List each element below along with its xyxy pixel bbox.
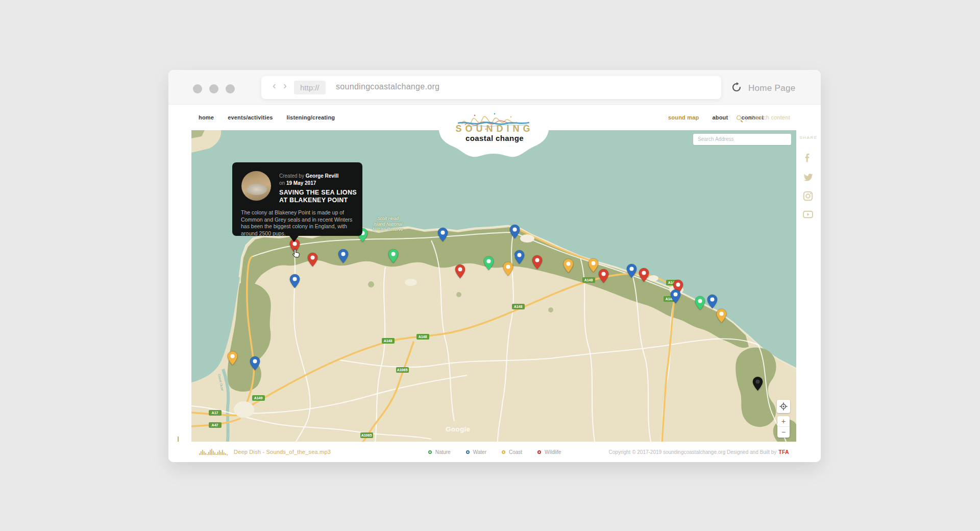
share-rail: SHARE National Trust xyxy=(796,130,821,442)
share-label: SHARE xyxy=(796,135,821,140)
legend-label: Nature xyxy=(435,449,451,455)
youtube-icon[interactable] xyxy=(802,209,814,220)
road-badge: A148 xyxy=(582,277,595,283)
map-marker-water[interactable] xyxy=(338,249,349,263)
copyright: Copyright © 2017-2019 soundingcoastalcha… xyxy=(609,442,789,462)
map-marker-coast[interactable] xyxy=(227,351,238,366)
legend-item-wildlife[interactable]: Wildlife xyxy=(537,449,561,455)
site-search-input[interactable]: Search content xyxy=(751,114,790,120)
map-marker-wildlife[interactable] xyxy=(532,255,543,270)
tooltip-title: SAVING THE SEA LIONS AT BLAKENEY POINT xyxy=(279,189,357,204)
map-marker-coast[interactable] xyxy=(716,308,727,323)
zoom-out-button[interactable]: − xyxy=(777,427,790,438)
map-marker-water[interactable] xyxy=(289,274,300,288)
seal-photo xyxy=(241,171,271,201)
road-badge: A1065 xyxy=(360,432,373,438)
crosshair-icon xyxy=(779,402,788,411)
forward-icon[interactable]: › xyxy=(283,80,287,91)
tfa-credit[interactable]: TFA xyxy=(778,449,789,455)
map-marker-special[interactable] xyxy=(752,376,763,391)
site-navigation: home events/activities listening/creatin… xyxy=(168,105,821,130)
legend-label: Water xyxy=(473,449,486,455)
browser-chrome: ‹ › http:// soundingcoastalchange.org Ho… xyxy=(168,70,821,105)
map-attribution: Google xyxy=(446,425,470,433)
nature-reserve-label: Scolt Head Island National Nature Reserv… xyxy=(360,216,416,232)
nav-listening[interactable]: listening/creating xyxy=(287,114,335,120)
road-badge: A47 xyxy=(209,422,222,428)
legend-ring-icon xyxy=(428,450,432,454)
legend-item-water[interactable]: Water xyxy=(466,449,486,455)
map-marker-water[interactable] xyxy=(509,224,520,239)
map-marker-water[interactable] xyxy=(437,227,448,242)
map-marker-wildlife[interactable] xyxy=(598,269,609,283)
map-marker-water[interactable] xyxy=(670,289,681,304)
map-marker-coast[interactable] xyxy=(588,258,599,273)
nav-events[interactable]: events/activities xyxy=(228,114,273,120)
legend-item-coast[interactable]: Coast xyxy=(502,449,522,455)
tooltip-meta: Created by George Revill on 19 May 2017 xyxy=(279,173,338,187)
legend-ring-icon xyxy=(502,450,505,454)
browser-window: ‹ › http:// soundingcoastalchange.org Ho… xyxy=(168,70,821,462)
road-badge: A1065 xyxy=(396,367,409,373)
legend-item-nature[interactable]: Nature xyxy=(428,449,451,455)
legend-ring-icon xyxy=(537,450,541,454)
back-icon[interactable]: ‹ xyxy=(273,80,276,91)
audio-player-rail xyxy=(168,130,191,442)
map-address-search-input[interactable]: Search Address xyxy=(693,134,791,145)
map-marker-wildlife[interactable] xyxy=(307,252,318,267)
map-marker-wildlife[interactable] xyxy=(639,268,649,282)
zoom-in-button[interactable]: + xyxy=(777,416,790,427)
instagram-icon[interactable] xyxy=(802,190,814,202)
window-control-dot[interactable] xyxy=(226,84,235,93)
my-location-button[interactable] xyxy=(777,400,790,413)
mouse-cursor-hand xyxy=(291,249,301,258)
sound-map[interactable]: Great Ouse xyxy=(191,130,796,442)
window-control-dot[interactable] xyxy=(209,84,218,93)
site-footer: Deep Dish - Sounds_of_the_sea.mp3 Nature… xyxy=(168,442,821,462)
nav-search-divider: | xyxy=(745,114,747,121)
map-marker-nature[interactable] xyxy=(388,249,399,263)
nav-sound-map[interactable]: sound map xyxy=(668,114,699,120)
legend-label: Coast xyxy=(509,449,522,455)
map-marker-coast[interactable] xyxy=(563,258,574,273)
road-badge: A148 xyxy=(382,338,395,344)
twitter-icon[interactable] xyxy=(802,172,814,183)
url-bar[interactable]: ‹ › http:// soundingcoastalchange.org xyxy=(261,76,721,99)
road-badge: A148 xyxy=(416,334,429,340)
logo-backdrop-blob xyxy=(439,130,549,160)
road-badge: A17 xyxy=(209,410,222,416)
legend-label: Wildlife xyxy=(545,449,561,455)
road-badge: A149 xyxy=(252,395,265,401)
tooltip-arrow xyxy=(289,236,299,242)
window-control-dot[interactable] xyxy=(193,84,202,93)
map-marker-nature[interactable] xyxy=(483,256,494,271)
map-marker-water[interactable] xyxy=(626,263,637,278)
marker-tooltip[interactable]: Created by George Revill on 19 May 2017 … xyxy=(232,162,362,236)
url-text[interactable]: soundingcoastalchange.org xyxy=(336,82,439,91)
nav-about[interactable]: about xyxy=(712,114,728,120)
facebook-icon[interactable] xyxy=(802,153,814,164)
reload-icon[interactable] xyxy=(731,82,742,92)
map-marker-water[interactable] xyxy=(250,356,260,371)
legend-ring-icon xyxy=(466,450,470,454)
tooltip-body: The colony at Blakeney Point is made up … xyxy=(241,209,355,237)
map-marker-coast[interactable] xyxy=(503,261,513,276)
map-zoom-control: + − xyxy=(777,416,790,438)
url-scheme: http:// xyxy=(294,81,326,94)
map-marker-water[interactable] xyxy=(514,250,525,264)
map-marker-nature[interactable] xyxy=(695,296,705,310)
nav-home[interactable]: home xyxy=(199,114,214,120)
map-marker-wildlife[interactable] xyxy=(455,264,465,279)
search-icon[interactable] xyxy=(737,115,741,120)
home-page-label[interactable]: Home Page xyxy=(748,83,795,93)
road-badge: A148 xyxy=(512,304,525,309)
map-marker-water[interactable] xyxy=(707,294,718,309)
